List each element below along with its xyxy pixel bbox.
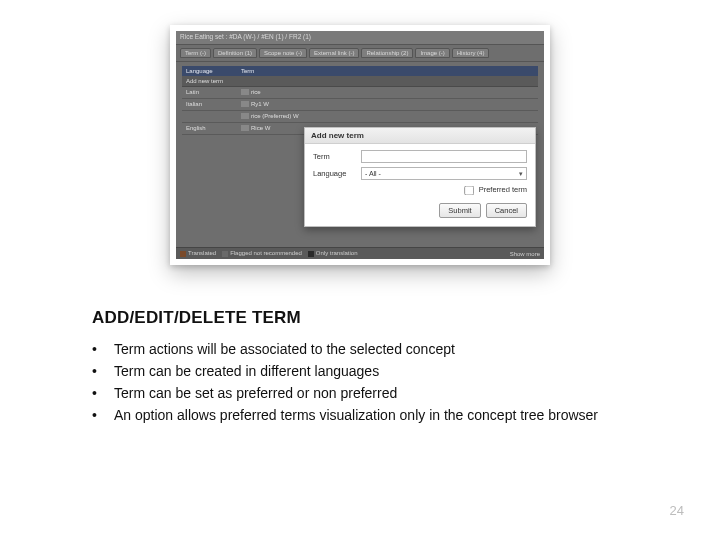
- legend-label: Only translation: [316, 250, 358, 256]
- table-row: rice (Preferred) W: [182, 111, 538, 123]
- tab-history[interactable]: History (4): [452, 48, 490, 58]
- flag-icon: [241, 101, 249, 107]
- show-more-link[interactable]: Show more: [510, 251, 540, 257]
- preferred-term-checkbox[interactable]: [464, 186, 474, 196]
- list-item: Term actions will be associated to the s…: [92, 340, 632, 359]
- row-lang: Latin: [182, 87, 237, 98]
- list-item: Term can be set as preferred or non pref…: [92, 384, 632, 403]
- row-term-text: Rice W: [251, 125, 270, 131]
- screenshot-tabs: Term (-) Definition (1) Scope note (-) E…: [176, 45, 544, 62]
- screenshot-header: Rice Eating set : #DA (W-) / #EN (1) / F…: [176, 31, 544, 45]
- page-title: ADD/EDIT/DELETE TERM: [92, 308, 301, 328]
- row-term-text: Ry1 W: [251, 101, 269, 107]
- term-input[interactable]: [361, 150, 527, 163]
- submit-button[interactable]: Submit: [439, 203, 480, 218]
- tab-relationship[interactable]: Relationship (2): [361, 48, 413, 58]
- language-field-label: Language: [313, 169, 357, 178]
- list-item: An option allows preferred terms visuali…: [92, 406, 632, 425]
- add-term-dialog: Add new term Term Language - All - ▾ Pre…: [304, 127, 536, 227]
- tab-definition[interactable]: Definition (1): [213, 48, 257, 58]
- legend-translated: Translated: [180, 250, 216, 256]
- dialog-title: Add new term: [305, 128, 535, 144]
- list-item: Term can be created in different languag…: [92, 362, 632, 381]
- row-term: rice (Preferred) W: [237, 111, 538, 122]
- add-new-term-label: Add new term: [182, 76, 237, 86]
- screenshot-panel: Rice Eating set : #DA (W-) / #EN (1) / F…: [170, 25, 550, 265]
- language-select[interactable]: - All - ▾: [361, 167, 527, 180]
- page-number: 24: [670, 503, 684, 518]
- table-row: Italian Ry1 W: [182, 99, 538, 111]
- screenshot-footer: Translated Flagged not recommended Only …: [176, 247, 544, 259]
- screenshot-dimmed-area: Rice Eating set : #DA (W-) / #EN (1) / F…: [176, 31, 544, 259]
- col-term: Term: [237, 66, 538, 76]
- tab-external-link[interactable]: External link (-): [309, 48, 359, 58]
- row-term-text: rice (Preferred) W: [251, 113, 299, 119]
- row-term: rice: [237, 87, 538, 98]
- table-header-row: Language Term: [182, 66, 538, 76]
- legend-label: Flagged not recommended: [230, 250, 302, 256]
- row-lang: Italian: [182, 99, 237, 110]
- legend-only-translation: Only translation: [308, 250, 358, 256]
- bullet-list: Term actions will be associated to the s…: [92, 340, 632, 428]
- term-field-label: Term: [313, 152, 357, 161]
- tab-image[interactable]: Image (-): [415, 48, 449, 58]
- legend-box-icon: [180, 251, 186, 257]
- table-row: Latin rice: [182, 87, 538, 99]
- row-lang: [182, 111, 237, 122]
- add-new-term-row[interactable]: Add new term: [182, 76, 538, 87]
- legend-box-icon: [308, 251, 314, 257]
- flag-icon: [241, 125, 249, 131]
- preferred-term-label: Preferred term: [479, 185, 527, 194]
- tab-scope-note[interactable]: Scope note (-): [259, 48, 307, 58]
- flag-icon: [241, 113, 249, 119]
- legend-flagged: Flagged not recommended: [222, 250, 302, 256]
- cancel-button[interactable]: Cancel: [486, 203, 527, 218]
- legend-label: Translated: [188, 250, 216, 256]
- language-select-value: - All -: [365, 170, 381, 177]
- tab-term[interactable]: Term (-): [180, 48, 211, 58]
- row-term-text: rice: [251, 89, 261, 95]
- flag-icon: [241, 89, 249, 95]
- row-term: Ry1 W: [237, 99, 538, 110]
- chevron-down-icon: ▾: [519, 170, 523, 178]
- col-language: Language: [182, 66, 237, 76]
- legend-box-icon: [222, 251, 228, 257]
- row-lang: English: [182, 123, 237, 134]
